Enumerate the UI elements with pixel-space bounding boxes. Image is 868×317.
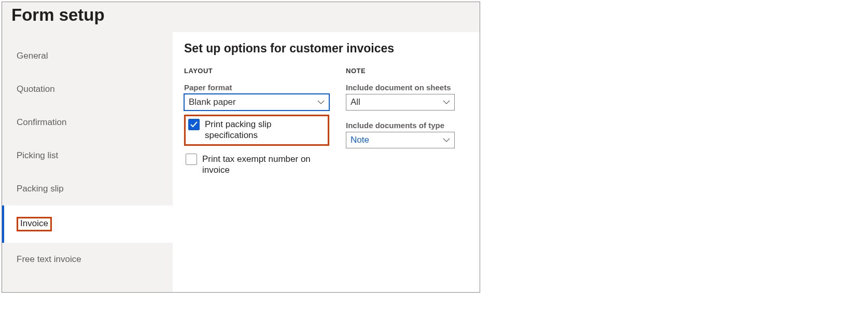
sidebar-item-invoice[interactable]: Invoice <box>2 205 173 243</box>
sidebar-item-free-text-invoice[interactable]: Free text invoice <box>2 243 173 276</box>
chevron-down-icon <box>443 100 450 105</box>
paper-format-label: Paper format <box>184 83 329 92</box>
body: General Quotation Confirmation Picking l… <box>2 32 480 292</box>
content-pane: Set up options for customer invoices LAY… <box>173 32 480 292</box>
include-of-type-value: Note <box>351 135 369 145</box>
note-section-label: NOTE <box>346 67 455 75</box>
paper-format-select[interactable]: Blank paper <box>184 94 329 111</box>
content-heading: Set up options for customer invoices <box>184 42 469 56</box>
chevron-down-icon <box>317 100 325 105</box>
print-packing-slip-row: Print packing slip specifications <box>184 115 329 146</box>
print-tax-exempt-label: Print tax exempt number on invoice <box>202 154 328 176</box>
layout-section: LAYOUT Paper format Blank paper Print pa… <box>184 67 329 177</box>
print-tax-exempt-checkbox[interactable] <box>186 154 197 165</box>
sidebar-item-confirmation[interactable]: Confirmation <box>2 106 173 139</box>
note-section: NOTE Include document on sheets All Incl… <box>346 67 455 177</box>
sidebar-item-quotation[interactable]: Quotation <box>2 73 173 106</box>
sidebar-item-general[interactable]: General <box>2 39 173 73</box>
print-packing-slip-checkbox[interactable] <box>188 119 200 130</box>
print-tax-exempt-row: Print tax exempt number on invoice <box>184 152 329 177</box>
include-on-sheets-value: All <box>351 97 360 107</box>
page-title: Form setup <box>11 5 470 25</box>
sidebar-item-picking-list[interactable]: Picking list <box>2 139 173 172</box>
layout-section-label: LAYOUT <box>184 67 329 75</box>
form-setup-window: Form setup General Quotation Confirmatio… <box>2 2 480 293</box>
paper-format-value: Blank paper <box>189 97 236 107</box>
sidebar-item-packing-slip[interactable]: Packing slip <box>2 172 173 205</box>
include-on-sheets-label: Include document on sheets <box>346 83 455 92</box>
titlebar: Form setup <box>2 2 480 32</box>
sidebar: General Quotation Confirmation Picking l… <box>2 32 173 292</box>
sidebar-item-invoice-highlight: Invoice <box>17 217 52 231</box>
include-on-sheets-select[interactable]: All <box>346 94 455 111</box>
include-of-type-label: Include documents of type <box>346 121 455 130</box>
print-packing-slip-label: Print packing slip specifications <box>205 119 325 141</box>
include-of-type-select[interactable]: Note <box>346 132 455 148</box>
chevron-down-icon <box>443 137 450 143</box>
